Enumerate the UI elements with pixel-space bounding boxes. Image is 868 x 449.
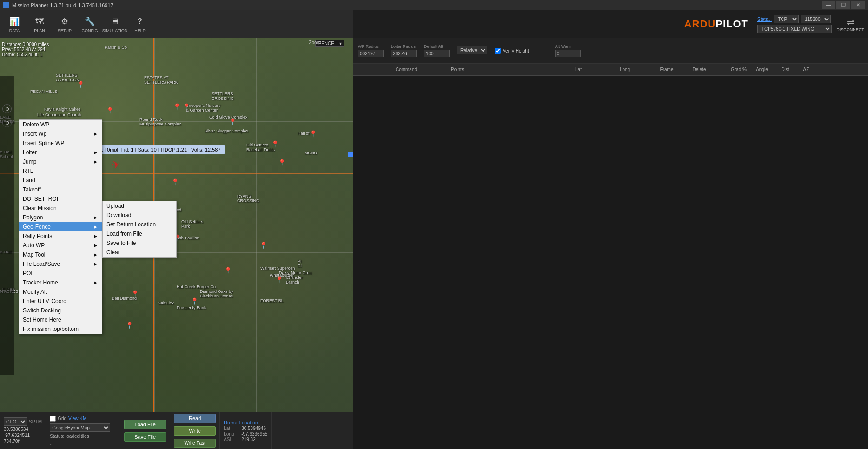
ctx-set-home-here[interactable]: Set Home Here — [19, 315, 102, 324]
map-type-dropdown[interactable]: GoogleHybridMap GoogleSatelliteMap Googl… — [50, 423, 110, 432]
right-toolbar: ARDUPILOT Stats... TCP UDP COM 115200 TC… — [353, 10, 868, 38]
col-angle: Angle — [750, 67, 774, 72]
alt-warn-input[interactable] — [555, 50, 581, 57]
ctx-switch-docking-label: Switch Docking — [23, 307, 61, 314]
submenu-clear[interactable]: Clear — [103, 248, 176, 257]
wp-radius-input[interactable] — [358, 50, 384, 57]
write-button[interactable]: Write — [174, 426, 216, 436]
main-toolbar: 📊 DATA 🗺 PLAN ⚙ SETUP 🔧 CONFIG 🖥 SIMULAT… — [0, 10, 353, 38]
ctx-modify-alt[interactable]: Modify Alt — [19, 287, 102, 297]
home-asl-key: ASL — [224, 437, 238, 442]
ctx-switch-docking[interactable]: Switch Docking — [19, 306, 102, 315]
place-settlers-overlook: SETTLERSOVERLOOK — [56, 73, 80, 82]
submenu-upload[interactable]: Upload — [103, 201, 176, 211]
home-location-title[interactable]: Home Location — [224, 420, 267, 425]
ctx-insert-spline-wp-label: Insert Spline WP — [23, 140, 64, 146]
ctx-rtl[interactable]: RTL — [19, 166, 102, 176]
zoom-in-icon[interactable]: ⊕ — [2, 104, 12, 113]
ctx-tracker-home[interactable]: Tracker Home ▶ — [19, 278, 102, 287]
protocol-dropdown[interactable]: TCP UDP COM — [774, 15, 799, 23]
submenu-save-to-file[interactable]: Save to File — [103, 238, 176, 248]
ctx-insert-spline-wp[interactable]: Insert Spline WP — [19, 139, 102, 148]
mission-table-body — [353, 76, 868, 449]
config-icon: 🔧 — [83, 15, 96, 28]
save-file-button[interactable]: Save File — [124, 432, 166, 442]
map-pin-6: 📍 — [309, 130, 317, 138]
ctx-poi-label: POI — [23, 270, 33, 277]
frame-dropdown[interactable]: Relative Absolute — [457, 46, 487, 54]
ctx-clear-mission-label: Clear Mission — [23, 205, 57, 211]
map-info-overlay: Distance: 0.0000 miles Prev: 5552.48 A: … — [2, 42, 49, 57]
geo-dropdown[interactable]: GEO — [4, 417, 27, 426]
col-lat: Lat — [555, 67, 602, 72]
ctx-land[interactable]: Land — [19, 176, 102, 185]
device-dropdown[interactable]: TCP5760-1:FIXED WING — [757, 25, 832, 33]
minimize-button[interactable]: — — [822, 1, 835, 9]
ctx-clear-mission[interactable]: Clear Mission — [19, 204, 102, 213]
ctx-map-tool[interactable]: Map Tool ▶ — [19, 250, 102, 259]
submenu-load-from-file[interactable]: Load from File — [103, 229, 176, 238]
ctx-rally-points[interactable]: Rally Points ▶ — [19, 231, 102, 241]
default-alt-input[interactable] — [424, 50, 450, 57]
ctx-delete-wp[interactable]: Delete WP — [19, 120, 102, 129]
col-az: AZ — [797, 67, 815, 72]
map-area[interactable]: SETTLERSOVERLOOK PECAN HILLS ESTATES ATS… — [0, 38, 353, 412]
toolbar-plan[interactable]: 🗺 PLAN — [27, 12, 52, 36]
col-grad: Grad % — [727, 67, 750, 72]
ctx-tracker-home-arrow: ▶ — [94, 280, 97, 285]
place-round-rock: Round RockMultipurpose Complex — [139, 117, 181, 126]
zoom-out-icon[interactable]: ⊖ — [2, 118, 12, 127]
ctx-auto-wp[interactable]: Auto WP ▶ — [19, 241, 102, 250]
grid-checkbox[interactable] — [50, 416, 56, 422]
ctx-file-load-save[interactable]: File Load/Save ▶ — [19, 259, 102, 269]
ctx-insert-wp[interactable]: Insert Wp ▶ — [19, 129, 102, 139]
ctx-takeoff[interactable]: Takeoff — [19, 185, 102, 194]
restore-button[interactable]: ❐ — [836, 1, 850, 9]
home-lon-row: Long -97.6336955 — [224, 431, 267, 436]
toolbar-setup[interactable]: ⚙ SETUP — [52, 12, 77, 36]
write-fast-button[interactable]: Write Fast — [174, 439, 216, 448]
ctx-geo-fence[interactable]: Geo-Fence ▶ — [19, 222, 102, 231]
map-distance: Distance: 0.0000 miles — [2, 42, 49, 47]
ctx-jump[interactable]: Jump ▶ — [19, 157, 102, 166]
ctx-fix-mission[interactable]: Fix mission top/bottom — [19, 324, 102, 334]
conn-row-1: Stats... TCP UDP COM 115200 — [757, 15, 832, 23]
ctx-enter-utm[interactable]: Enter UTM Coord — [19, 297, 102, 306]
map-pin-7: 📍 — [271, 140, 279, 148]
disconnect-button[interactable]: ⇌ DISCONNECT — [836, 12, 864, 36]
toolbar-data[interactable]: 📊 DATA — [2, 12, 27, 36]
fence-chevron: ▾ — [339, 41, 342, 46]
map-pin-14: 📍 — [224, 267, 232, 274]
view-kml-link[interactable]: View KML — [68, 416, 89, 421]
ctx-do-set-roi[interactable]: DO_SET_ROI — [19, 194, 102, 204]
place-settlers-crossing: SETTLERSCROSSING — [212, 92, 234, 101]
place-hat-creek: Hat Creek Burger Co. — [177, 284, 217, 289]
submenu-download[interactable]: Download — [103, 211, 176, 220]
help-icon: ? — [133, 15, 146, 28]
help-label: HELP — [134, 28, 146, 33]
load-file-button[interactable]: Load File — [124, 420, 166, 429]
submenu-set-return[interactable]: Set Return Location — [103, 220, 176, 229]
ctx-poi[interactable]: POI — [19, 269, 102, 278]
loiter-radius-input[interactable] — [391, 50, 417, 57]
map-pin-8: 📍 — [278, 159, 286, 166]
titlebar: Mission Planner 1.3.71 build 1.3.7451.16… — [0, 0, 868, 10]
home-location-section: Home Location Lat 30.5394946 Long -97.63… — [220, 412, 272, 449]
read-button[interactable]: Read — [174, 414, 216, 423]
map-prev-coord: Prev: 5552.48 A: 294 — [2, 47, 49, 52]
stats-link[interactable]: Stats... — [757, 17, 772, 22]
verify-height-checkbox[interactable] — [495, 48, 501, 54]
ctx-loiter[interactable]: Loiter ▶ — [19, 148, 102, 157]
toolbar-config[interactable]: 🔧 CONFIG — [77, 12, 102, 36]
toolbar-help[interactable]: ? HELP — [127, 12, 152, 36]
map-home-coord: Home: 5552.48 lt: 1 — [2, 52, 49, 57]
close-button[interactable]: ✕ — [851, 1, 865, 9]
place-mcnu: MCNU — [305, 151, 317, 155]
col-delete: Delete — [685, 67, 713, 72]
grid-section: Grid View KML GoogleHybridMap GoogleSate… — [46, 412, 120, 449]
ctx-polygon[interactable]: Polygon ▶ — [19, 213, 102, 222]
baud-dropdown[interactable]: 115200 — [801, 15, 831, 23]
toolbar-simulation[interactable]: 🖥 SIMULATION — [102, 12, 127, 36]
ctx-modify-alt-label: Modify Alt — [23, 289, 47, 295]
plan-label: PLAN — [34, 28, 45, 33]
